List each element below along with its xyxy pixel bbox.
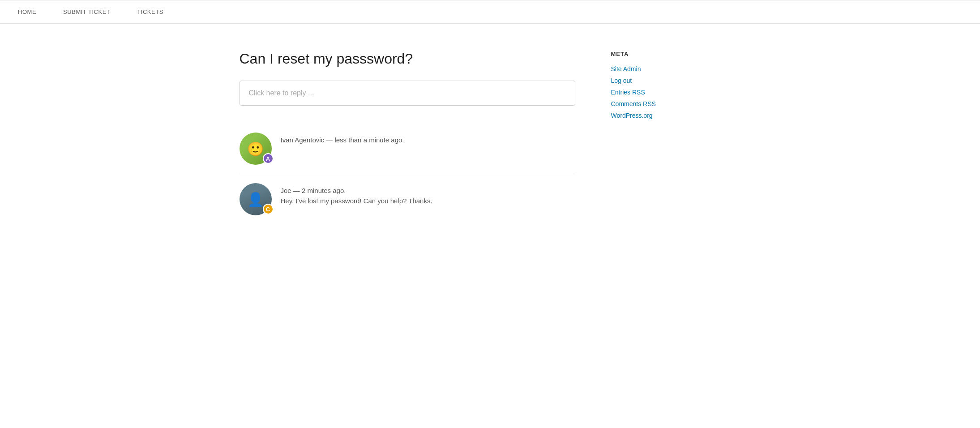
comment-body-joe: Joe — 2 minutes ago. Hey, I've lost my p…	[281, 183, 432, 205]
sidebar: META Site Admin Log out Entries RSS Comm…	[611, 51, 710, 224]
comment-joe: 👤 C Joe — 2 minutes ago. Hey, I've lost …	[240, 174, 575, 224]
sidebar-link-wordpress-org[interactable]: WordPress.org	[611, 112, 710, 119]
comment-meta-joe: Joe — 2 minutes ago.	[281, 187, 432, 194]
reply-input[interactable]: Click here to reply ...	[240, 81, 575, 106]
comment-sep-joe: —	[291, 187, 302, 194]
comment-body-ivan: Ivan Agentovic — less than a minute ago.	[281, 133, 404, 144]
comment-meta-ivan: Ivan Agentovic — less than a minute ago.	[281, 136, 404, 144]
top-navigation: HOME SUBMIT TICKET TICKETS	[0, 0, 980, 24]
avatar-wrapper-ivan: 🙂 A	[240, 133, 272, 165]
sidebar-meta-title: META	[611, 51, 710, 57]
sidebar-link-log-out[interactable]: Log out	[611, 77, 710, 84]
comment-author-ivan: Ivan Agentovic	[281, 136, 325, 144]
badge-joe: C	[263, 204, 274, 214]
sidebar-links: Site Admin Log out Entries RSS Comments …	[611, 65, 710, 119]
page-title: Can I reset my passsword?	[240, 51, 575, 67]
comment-ivan: 🙂 A Ivan Agentovic — less than a minute …	[240, 124, 575, 174]
nav-tickets[interactable]: TICKETS	[137, 9, 163, 15]
sidebar-link-entries-rss[interactable]: Entries RSS	[611, 89, 710, 96]
main-content: Can I reset my passsword? Click here to …	[240, 51, 575, 224]
comment-time-ivan: less than a minute ago.	[334, 136, 404, 144]
page-wrapper: Can I reset my passsword? Click here to …	[222, 51, 759, 224]
nav-home[interactable]: HOME	[18, 9, 36, 15]
badge-ivan: A	[263, 153, 274, 164]
nav-submit-ticket[interactable]: SUBMIT TICKET	[63, 9, 110, 15]
comment-author-joe: Joe	[281, 187, 291, 194]
comments-list: 🙂 A Ivan Agentovic — less than a minute …	[240, 124, 575, 224]
avatar-wrapper-joe: 👤 C	[240, 183, 272, 215]
comment-sep-ivan: —	[324, 136, 334, 144]
sidebar-link-comments-rss[interactable]: Comments RSS	[611, 100, 710, 107]
comment-text-joe: Hey, I've lost my password! Can you help…	[281, 197, 432, 205]
comment-time-joe: 2 minutes ago.	[302, 187, 346, 194]
sidebar-link-site-admin[interactable]: Site Admin	[611, 65, 710, 73]
